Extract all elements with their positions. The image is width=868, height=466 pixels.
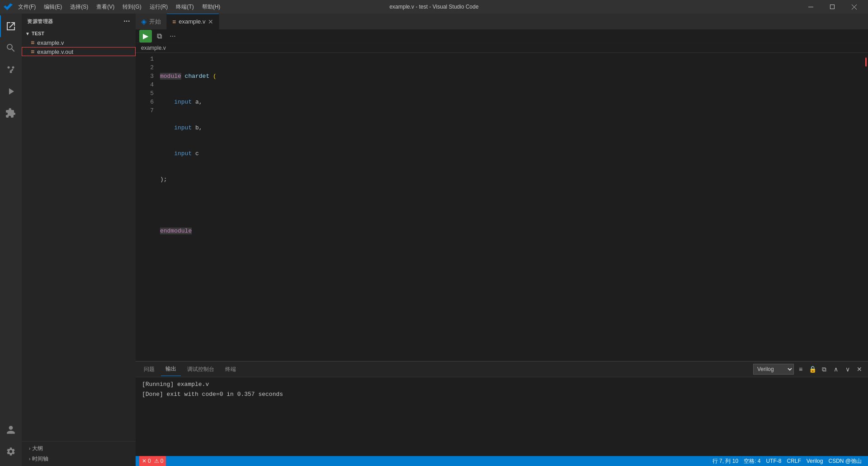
menu-goto[interactable]: 转到(G) <box>119 2 145 12</box>
code-line-2: input a, <box>158 98 861 106</box>
breadcrumb-file[interactable]: example.v <box>141 45 166 51</box>
activity-settings[interactable] <box>0 441 22 462</box>
panel-output-content: [Running] example.v [Done] exit with cod… <box>136 377 868 456</box>
svg-rect-0 <box>808 7 813 7</box>
activity-bar <box>0 14 22 466</box>
sidebar: 资源管理器 ··· ▼ TEST ≡ example.v ≡ example.v… <box>22 14 136 466</box>
panel-collapse-icon[interactable]: ∧ <box>831 364 841 374</box>
sidebar-bottom-panels: › 大纲 › 时间轴 <box>22 441 136 466</box>
panel-tab-output[interactable]: 输出 <box>161 362 181 376</box>
activity-search[interactable] <box>0 37 22 59</box>
activity-extensions[interactable] <box>0 102 22 124</box>
panel-lock-icon[interactable]: 🔒 <box>807 364 817 374</box>
svg-point-6 <box>10 71 12 73</box>
outline-arrow-icon: › <box>29 446 30 451</box>
tree-arrow-icon: ▼ <box>25 31 30 36</box>
menu-bar: 文件(F) 编辑(E) 选择(S) 查看(V) 转到(G) 运行(R) 终端(T… <box>14 2 224 12</box>
menu-help[interactable]: 帮助(H) <box>198 2 224 12</box>
tree-root-label: TEST <box>32 31 44 36</box>
code-line-5: ); <box>158 175 861 184</box>
status-errors[interactable]: ✕ 0 ⚠ 0 <box>139 456 166 466</box>
status-author: CSDN @弛山 <box>826 456 864 466</box>
maximize-button[interactable] <box>822 0 843 14</box>
menu-select[interactable]: 选择(S) <box>66 2 92 12</box>
status-position[interactable]: 行 7, 列 10 <box>710 456 741 466</box>
activity-accounts[interactable] <box>0 419 22 441</box>
panel-close-icon[interactable]: ✕ <box>854 364 864 374</box>
sidebar-timeline[interactable]: › 时间轴 <box>22 454 136 464</box>
panel-output-line-1: [Running] example.v <box>142 380 862 389</box>
output-filter-select[interactable]: Verilog <box>753 364 794 375</box>
code-line-4: input c <box>158 149 861 158</box>
sidebar-outline[interactable]: › 大纲 <box>22 443 136 454</box>
code-editor[interactable]: 1234567 module chardet ( input a, input … <box>136 53 868 361</box>
menu-edit[interactable]: 编辑(E) <box>40 2 66 12</box>
more-actions-button[interactable]: ··· <box>166 30 179 43</box>
tab-file-icon: ≡ <box>172 18 176 25</box>
vscode-icon: ◈ <box>141 17 146 26</box>
sidebar-title: 资源管理器 <box>27 18 53 25</box>
file-name-example-v: example.v <box>37 39 64 46</box>
status-spaces[interactable]: 空格: 4 <box>741 456 763 466</box>
warning-icon: ⚠ <box>154 458 159 464</box>
vscode-logo <box>4 2 13 11</box>
status-encoding[interactable]: UTF-8 <box>763 456 784 466</box>
warning-count: 0 <box>160 458 164 464</box>
window-title: example.v - test - Visual Studio Code <box>389 4 478 10</box>
tab-example-v[interactable]: ≡ example.v ✕ <box>167 14 219 29</box>
panel-list-icon[interactable]: ≡ <box>796 364 806 374</box>
svg-rect-1 <box>830 5 835 9</box>
code-line-7: endmodule <box>158 227 861 235</box>
status-bar: ✕ 0 ⚠ 0 行 7, 列 10 空格: 4 UTF-8 CRLF Veril… <box>136 456 868 466</box>
file-example-v[interactable]: ≡ example.v <box>22 38 136 47</box>
file-icon-example-v: ≡ <box>31 39 34 46</box>
minimize-button[interactable] <box>800 0 821 14</box>
menu-file[interactable]: 文件(F) <box>14 2 39 12</box>
activity-explorer[interactable] <box>0 15 22 37</box>
menu-run[interactable]: 运行(R) <box>146 2 172 12</box>
sidebar-header: 资源管理器 ··· <box>22 14 136 29</box>
panel-output-line-2: [Done] exit with code=0 in 0.357 seconds <box>142 390 862 399</box>
main-container: 资源管理器 ··· ▼ TEST ≡ example.v ≡ example.v… <box>0 14 868 466</box>
panel-tab-bar: 问题 输出 调试控制台 终端 Verilog ≡ 🔒 ⧉ ∧ ∨ ✕ <box>136 361 868 377</box>
split-editor-button[interactable]: ⧉ <box>153 30 165 43</box>
file-tree: ▼ TEST ≡ example.v ≡ example.v.out <box>22 29 136 441</box>
run-code-button[interactable]: ▶ <box>139 30 152 43</box>
window-controls <box>800 0 864 14</box>
error-count: 0 <box>148 458 151 464</box>
file-icon-example-v-out: ≡ <box>31 48 34 55</box>
tree-root[interactable]: ▼ TEST <box>22 29 136 38</box>
code-line-3: input b, <box>158 124 861 132</box>
status-language[interactable]: Verilog <box>804 456 826 466</box>
panel-tab-problems[interactable]: 问题 <box>139 363 159 376</box>
file-example-v-out[interactable]: ≡ example.v.out <box>22 47 136 56</box>
activity-run[interactable] <box>0 81 22 102</box>
menu-terminal[interactable]: 终端(T) <box>172 2 197 12</box>
code-content[interactable]: module chardet ( input a, input b, input… <box>158 53 861 361</box>
timeline-label: 时间轴 <box>32 455 48 463</box>
tab-bar: ◈ 开始 ≡ example.v ✕ <box>136 14 868 29</box>
panel-tab-debug-console[interactable]: 调试控制台 <box>183 363 219 376</box>
panel-expand-icon[interactable]: ∨ <box>843 364 853 374</box>
tab-close-icon[interactable]: ✕ <box>208 19 213 25</box>
code-line-6 <box>158 201 861 209</box>
panel-tab-actions: Verilog ≡ 🔒 ⧉ ∧ ∨ ✕ <box>753 364 864 375</box>
panel-copy-icon[interactable]: ⧉ <box>819 364 829 374</box>
timeline-arrow-icon: › <box>29 456 30 461</box>
activity-bar-bottom <box>0 419 22 466</box>
panel-tab-terminal[interactable]: 终端 <box>221 363 241 376</box>
outline-label: 大纲 <box>32 445 43 452</box>
editor-toolbar: ▶ ⧉ ··· <box>136 29 868 43</box>
activity-source-control[interactable] <box>0 59 22 81</box>
panel: 问题 输出 调试控制台 终端 Verilog ≡ 🔒 ⧉ ∧ ∨ ✕ [Runn… <box>136 361 868 456</box>
svg-point-5 <box>12 67 14 69</box>
title-bar: 文件(F) 编辑(E) 选择(S) 查看(V) 转到(G) 运行(R) 终端(T… <box>0 0 868 14</box>
close-button[interactable] <box>844 0 864 14</box>
tab-welcome[interactable]: ◈ 开始 <box>136 14 167 29</box>
svg-point-4 <box>8 67 10 69</box>
status-line-ending[interactable]: CRLF <box>784 456 803 466</box>
error-icon: ✕ <box>142 458 146 464</box>
menu-view[interactable]: 查看(V) <box>93 2 118 12</box>
sidebar-more-button[interactable]: ··· <box>123 17 130 25</box>
error-gutter-mark <box>865 57 867 67</box>
